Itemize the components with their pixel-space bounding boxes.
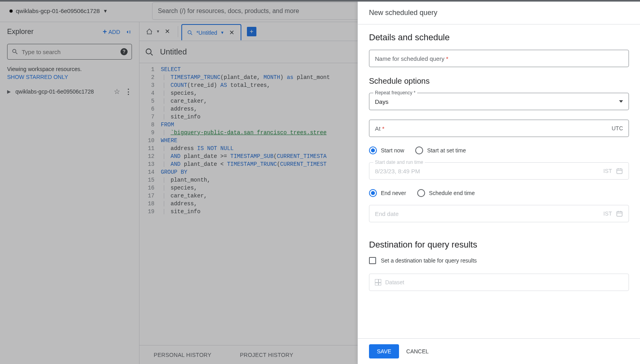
project-status-dot	[9, 9, 13, 13]
start-date-value: 8/23/23, 8:49 PM	[375, 168, 420, 174]
more-menu-icon[interactable]: ⋮	[125, 87, 132, 96]
svg-rect-8	[617, 212, 622, 216]
explorer-sidebar: Explorer + ADD ? Viewing workspace resou…	[0, 22, 139, 364]
table-icon	[375, 279, 381, 285]
query-icon	[187, 30, 193, 36]
tab-label: *Untitled	[196, 30, 217, 36]
project-history-tab[interactable]: PROJECT HISTORY	[226, 352, 307, 358]
radio-end-never[interactable]: End never	[369, 189, 406, 197]
repeat-frequency-select[interactable]: Repeat frequency * Days	[369, 93, 629, 110]
svg-rect-4	[617, 169, 622, 174]
viewing-text: Viewing workspace resources.	[0, 62, 139, 74]
project-name: qwiklabs-gcp-01-6e09506c1728	[16, 8, 100, 14]
collapse-panel-icon[interactable]	[125, 28, 132, 36]
svg-line-3	[151, 53, 153, 55]
end-date-field: End date IST	[369, 205, 629, 222]
radio-icon	[415, 146, 423, 154]
repeat-label: Repeat frequency *	[373, 90, 417, 96]
calendar-icon	[616, 210, 623, 217]
expand-arrow-icon[interactable]: ▶	[7, 89, 11, 94]
plus-icon: +	[103, 28, 107, 36]
start-radio-group: Start now Start at set time	[369, 146, 629, 154]
document-title: Untitled	[160, 47, 187, 56]
explorer-search-input[interactable]	[22, 49, 117, 55]
panel-footer: SAVE CANCEL	[358, 338, 640, 364]
end-date-placeholder: End date	[375, 210, 399, 217]
line-numbers: 12345678910111213141516171819	[139, 63, 158, 345]
svg-point-2	[146, 49, 151, 54]
active-tab[interactable]: *Untitled ▼ ✕	[181, 24, 241, 40]
radio-icon	[417, 189, 425, 197]
new-tab-button[interactable]: +	[247, 27, 256, 36]
radio-start-set-time[interactable]: Start at set time	[415, 146, 466, 154]
search-icon	[11, 48, 19, 55]
tab-dropdown-icon[interactable]: ▼	[156, 29, 160, 34]
destination-checkbox-row[interactable]: Set a destination table for query result…	[369, 257, 629, 264]
at-time-field[interactable]: At * UTC	[369, 120, 629, 137]
checkbox-icon[interactable]	[369, 257, 376, 264]
query-name-field[interactable]: Name for scheduled query *	[369, 50, 629, 67]
radio-start-now[interactable]: Start now	[369, 146, 404, 154]
cancel-button[interactable]: CANCEL	[406, 348, 429, 355]
svg-point-0	[188, 30, 191, 34]
help-icon[interactable]: ?	[120, 48, 128, 55]
save-button[interactable]: SAVE	[369, 344, 399, 358]
explorer-title: Explorer	[7, 28, 103, 36]
scheduled-query-panel: New scheduled query Details and schedule…	[358, 2, 640, 364]
start-date-label: Start date and run time	[373, 159, 425, 165]
panel-title: New scheduled query	[358, 2, 640, 24]
tree-item[interactable]: ▶ qwiklabs-gcp-01-6e09506c1728 ☆ ⋮	[0, 84, 139, 99]
radio-schedule-end-time[interactable]: Schedule end time	[417, 189, 475, 197]
search-placeholder: Search (/) for resources, docs, products…	[158, 8, 299, 15]
tree-item-label: qwiklabs-gcp-01-6e09506c1728	[15, 88, 109, 95]
add-button[interactable]: + ADD	[103, 28, 120, 36]
details-section-title: Details and schedule	[369, 32, 629, 43]
repeat-value: Days	[375, 98, 388, 105]
home-icon[interactable]	[146, 28, 153, 35]
destination-section-title: Destination for query results	[369, 240, 629, 250]
chevron-down-icon	[619, 100, 623, 103]
end-radio-group: End never Schedule end time	[369, 189, 629, 197]
chevron-down-icon: ▼	[103, 8, 108, 14]
star-icon[interactable]: ☆	[114, 87, 120, 96]
dataset-field: Dataset	[369, 274, 629, 291]
schedule-options-title: Schedule options	[369, 77, 629, 86]
radio-icon	[369, 146, 377, 154]
divider	[178, 26, 178, 37]
close-tab-icon[interactable]: ✕	[163, 28, 171, 35]
calendar-icon	[616, 167, 623, 174]
project-selector[interactable]: qwiklabs-gcp-01-6e09506c1728 ▼	[5, 5, 113, 17]
magnifier-icon[interactable]	[145, 48, 154, 56]
svg-line-1	[191, 34, 192, 35]
close-tab-icon[interactable]: ✕	[228, 29, 236, 36]
personal-history-tab[interactable]: PERSONAL HISTORY	[139, 352, 226, 358]
show-starred-link[interactable]: SHOW STARRED ONLY	[0, 74, 139, 84]
tab-dropdown-icon[interactable]: ▼	[220, 30, 224, 35]
start-date-field: Start date and run time 8/23/23, 8:49 PM…	[369, 162, 629, 180]
explorer-search[interactable]: ?	[7, 44, 132, 60]
radio-icon	[369, 189, 377, 197]
